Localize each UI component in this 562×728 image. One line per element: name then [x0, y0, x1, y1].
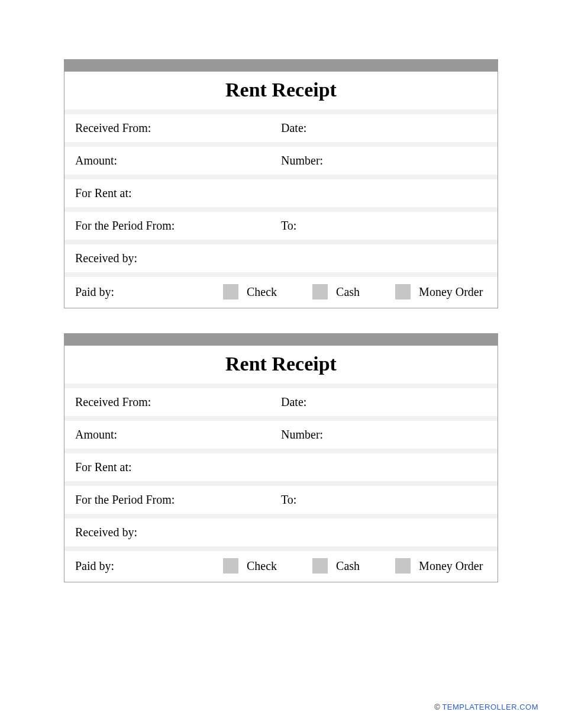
- receipt-title-row: Rent Receipt: [64, 72, 498, 109]
- rent-receipt: Rent Receipt Received From: Date: Amount…: [64, 333, 498, 582]
- date-label: Date:: [281, 121, 487, 135]
- paid-by-label: Paid by:: [75, 559, 223, 573]
- received-by-label: Received by:: [75, 526, 281, 539]
- option-check: Check: [223, 284, 277, 299]
- row-for-rent-at: For Rent at:: [64, 179, 498, 207]
- option-check: Check: [223, 558, 277, 574]
- period-to-label: To:: [281, 219, 487, 233]
- row-amount: Amount: Number:: [64, 147, 498, 175]
- option-money-order: Money Order: [395, 558, 483, 574]
- checkbox-money-order[interactable]: [395, 284, 411, 299]
- row-received-from: Received From: Date:: [64, 114, 498, 142]
- checkbox-money-order[interactable]: [395, 558, 411, 574]
- option-cash: Cash: [312, 558, 360, 574]
- received-by-label: Received by:: [75, 252, 281, 265]
- receipt-title-row: Rent Receipt: [64, 346, 498, 384]
- row-gap: [64, 416, 498, 421]
- row-gap: [64, 481, 498, 486]
- row-gap: [64, 240, 498, 244]
- number-label: Number:: [281, 428, 487, 442]
- paid-by-label: Paid by:: [75, 285, 223, 299]
- receipt-header-bar: [64, 334, 498, 346]
- copyright-symbol: ©: [434, 703, 440, 711]
- row-gap: [64, 546, 498, 551]
- option-cash: Cash: [312, 284, 360, 299]
- footer-link[interactable]: TEMPLATEROLLER.COM: [442, 703, 538, 711]
- checkbox-cash[interactable]: [312, 284, 328, 299]
- row-for-rent-at: For Rent at:: [64, 453, 498, 481]
- row-received-by: Received by:: [64, 518, 498, 546]
- row-amount: Amount: Number:: [64, 421, 498, 449]
- row-gap: [64, 142, 498, 147]
- checkbox-check[interactable]: [223, 284, 238, 299]
- row-received-from: Received From: Date:: [64, 388, 498, 416]
- amount-label: Amount:: [75, 428, 281, 442]
- option-cash-label: Cash: [336, 559, 360, 573]
- checkbox-check[interactable]: [223, 558, 238, 574]
- option-check-label: Check: [247, 559, 277, 573]
- row-gap: [64, 175, 498, 179]
- row-period: For the Period From: To:: [64, 212, 498, 240]
- rent-receipt: Rent Receipt Received From: Date: Amount…: [64, 59, 498, 308]
- received-from-label: Received From:: [75, 395, 281, 409]
- period-from-label: For the Period From:: [75, 493, 281, 507]
- row-gap: [64, 207, 498, 212]
- row-gap: [64, 272, 498, 277]
- period-to-label: To:: [281, 493, 487, 507]
- row-gap: [64, 449, 498, 453]
- checkbox-cash[interactable]: [312, 558, 328, 574]
- option-check-label: Check: [247, 285, 277, 299]
- amount-label: Amount:: [75, 154, 281, 167]
- page: Rent Receipt Received From: Date: Amount…: [0, 0, 562, 582]
- option-money-order-label: Money Order: [419, 559, 483, 573]
- row-period: For the Period From: To:: [64, 486, 498, 514]
- footer: © TEMPLATEROLLER.COM: [434, 703, 538, 711]
- row-gap: [64, 384, 498, 388]
- receipt-header-bar: [64, 60, 498, 72]
- row-gap: [64, 514, 498, 518]
- row-paid-by: Paid by: Check Cash Money Order: [64, 277, 498, 308]
- for-rent-at-label: For Rent at:: [75, 186, 281, 200]
- number-label: Number:: [281, 154, 487, 167]
- row-paid-by: Paid by: Check Cash Money Order: [64, 551, 498, 582]
- option-cash-label: Cash: [336, 285, 360, 299]
- receipt-title: Rent Receipt: [64, 353, 498, 375]
- date-label: Date:: [281, 395, 487, 409]
- period-from-label: For the Period From:: [75, 219, 281, 233]
- option-money-order-label: Money Order: [419, 285, 483, 299]
- row-gap: [64, 109, 498, 114]
- receipt-title: Rent Receipt: [64, 79, 498, 101]
- for-rent-at-label: For Rent at:: [75, 460, 281, 474]
- row-received-by: Received by:: [64, 244, 498, 272]
- received-from-label: Received From:: [75, 121, 281, 135]
- option-money-order: Money Order: [395, 284, 483, 299]
